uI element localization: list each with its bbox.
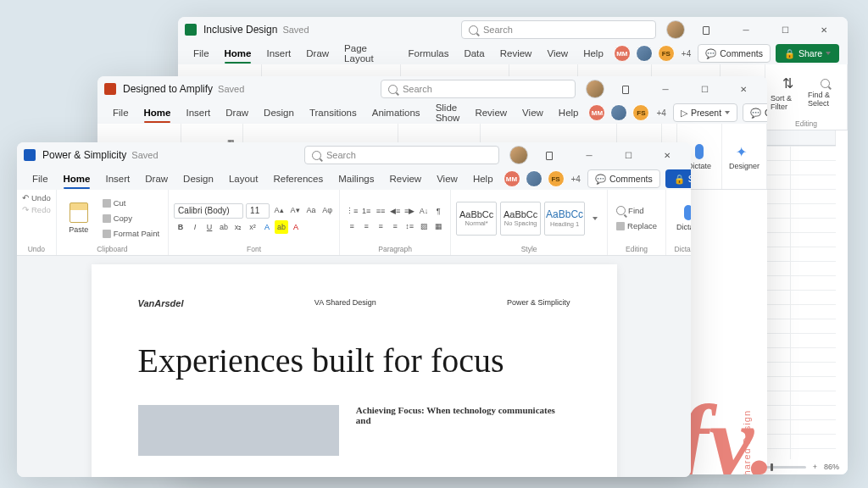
menu-file[interactable]: File — [186, 45, 216, 62]
maximize-button[interactable]: ☐ — [687, 79, 721, 99]
menu-design[interactable]: Design — [176, 170, 220, 187]
menu-view[interactable]: View — [515, 104, 550, 121]
presence-avatar-3[interactable]: FS — [658, 45, 675, 62]
menu-help[interactable]: Help — [576, 45, 610, 62]
account-avatar[interactable] — [666, 20, 685, 39]
multilevel-button[interactable]: ≡≡ — [374, 204, 387, 218]
presence-avatar-1[interactable]: MM — [588, 104, 605, 121]
dictate-button[interactable]: Dictate — [671, 196, 691, 241]
bold-button[interactable]: B — [174, 220, 187, 234]
document-page[interactable]: VanArsdel VA Shared Design Power & Simpl… — [92, 264, 617, 477]
excel-search-input[interactable]: Search — [461, 20, 656, 39]
menu-layout[interactable]: Layout — [222, 170, 265, 187]
close-button[interactable]: ✕ — [807, 19, 841, 40]
menu-home[interactable]: Home — [218, 45, 259, 62]
align-left-button[interactable]: ≡ — [345, 219, 359, 233]
notifications-icon[interactable] — [690, 19, 724, 40]
menu-mailings[interactable]: Mailings — [331, 170, 381, 187]
comments-button[interactable]: 💬 Comments — [743, 103, 767, 122]
style-normal[interactable]: AaBbCcNormal* — [456, 202, 497, 236]
presence-avatar-3[interactable]: FS — [632, 104, 649, 121]
menu-help[interactable]: Help — [552, 104, 586, 121]
close-button[interactable]: ✕ — [726, 79, 760, 99]
menu-references[interactable]: References — [266, 170, 330, 187]
menu-file[interactable]: File — [106, 104, 136, 121]
clear-format-button[interactable]: Aφ — [320, 203, 334, 217]
comments-button[interactable]: 💬 Comments — [587, 169, 660, 188]
styles-expand-button[interactable] — [588, 212, 602, 225]
maximize-button[interactable]: ☐ — [611, 145, 645, 165]
presence-more[interactable]: +4 — [570, 175, 582, 184]
menu-formulas[interactable]: Formulas — [401, 45, 455, 62]
menu-slideshow[interactable]: Slide Show — [429, 99, 467, 126]
menu-view[interactable]: View — [430, 170, 465, 187]
font-size-select[interactable]: 11 — [246, 203, 270, 219]
indent-dec-button[interactable]: ◀≡ — [388, 204, 402, 218]
account-avatar[interactable] — [509, 146, 528, 164]
minimize-button[interactable]: ─ — [572, 145, 606, 165]
close-button[interactable]: ✕ — [650, 145, 684, 165]
show-marks-button[interactable]: ¶ — [431, 204, 445, 218]
word-search-input[interactable]: Search — [304, 146, 499, 164]
borders-button[interactable]: ▦ — [431, 219, 445, 233]
font-select[interactable]: Calibri (Body) — [174, 203, 243, 219]
menu-draw[interactable]: Draw — [219, 104, 255, 121]
indent-inc-button[interactable]: ≡▶ — [403, 204, 416, 218]
menu-review[interactable]: Review — [493, 45, 539, 62]
presence-avatar-2[interactable] — [610, 104, 627, 121]
font-color-button[interactable]: A — [289, 220, 303, 234]
presence-avatar-3[interactable]: FS — [548, 170, 565, 187]
highlight-button[interactable]: ab — [275, 220, 288, 234]
align-center-button[interactable]: ≡ — [359, 219, 373, 233]
presence-avatar-2[interactable] — [526, 170, 542, 187]
cut-button[interactable]: Cut — [99, 197, 163, 210]
underline-button[interactable]: U — [203, 220, 216, 234]
strike-button[interactable]: ab — [217, 220, 231, 234]
grow-font-button[interactable]: A▴ — [272, 203, 286, 217]
presence-more[interactable]: +4 — [680, 49, 693, 58]
notifications-icon[interactable] — [533, 145, 567, 165]
menu-insert[interactable]: Insert — [259, 45, 298, 62]
presence-avatar-1[interactable]: MM — [504, 170, 520, 187]
italic-button[interactable]: I — [188, 220, 202, 234]
present-button[interactable]: ▷ Present — [673, 103, 737, 122]
find-select-button[interactable]: Find & Select — [808, 70, 842, 116]
sort-filter-button[interactable]: ⇅Sort & Filter — [771, 70, 804, 116]
menu-draw[interactable]: Draw — [299, 45, 336, 62]
format-painter-button[interactable]: Format Paint — [99, 227, 163, 241]
menu-draw[interactable]: Draw — [138, 170, 175, 187]
zoom-level[interactable]: 86% — [824, 463, 839, 471]
menu-insert[interactable]: Insert — [98, 170, 136, 187]
comments-button[interactable]: 💬 Comments — [698, 44, 771, 63]
menu-design[interactable]: Design — [257, 104, 301, 121]
minimize-button[interactable]: ─ — [648, 79, 682, 99]
account-avatar[interactable] — [586, 80, 604, 98]
copy-button[interactable]: Copy — [99, 212, 163, 225]
ppt-search-input[interactable]: Search — [381, 80, 576, 98]
change-case-button[interactable]: Aa — [304, 203, 318, 217]
menu-page-layout[interactable]: Page Layout — [337, 40, 399, 67]
find-button[interactable]: Find — [613, 204, 660, 218]
presence-avatar-1[interactable]: MM — [614, 45, 631, 62]
justify-button[interactable]: ≡ — [388, 219, 402, 233]
presence-more[interactable]: +4 — [654, 108, 667, 118]
menu-animations[interactable]: Animations — [365, 104, 427, 121]
menu-insert[interactable]: Insert — [179, 104, 217, 121]
align-right-button[interactable]: ≡ — [374, 219, 387, 233]
share-button[interactable]: 🔒 Share — [776, 44, 839, 63]
menu-home[interactable]: Home — [57, 170, 97, 187]
notifications-icon[interactable] — [609, 79, 643, 99]
paste-button[interactable]: Paste — [62, 196, 96, 241]
presence-avatar-2[interactable] — [636, 45, 653, 62]
share-button[interactable]: 🔒 Share — [665, 169, 691, 188]
menu-help[interactable]: Help — [466, 170, 500, 187]
maximize-button[interactable]: ☐ — [768, 19, 802, 40]
undo-button[interactable]: ↶ Undo — [22, 193, 51, 202]
bullets-button[interactable]: ⋮≡ — [345, 204, 359, 218]
menu-review[interactable]: Review — [382, 170, 428, 187]
numbering-button[interactable]: 1≡ — [359, 204, 373, 218]
text-effects-button[interactable]: A — [260, 220, 274, 234]
menu-transitions[interactable]: Transitions — [303, 104, 364, 121]
subscript-button[interactable]: x₂ — [231, 220, 245, 234]
superscript-button[interactable]: x² — [246, 220, 259, 234]
